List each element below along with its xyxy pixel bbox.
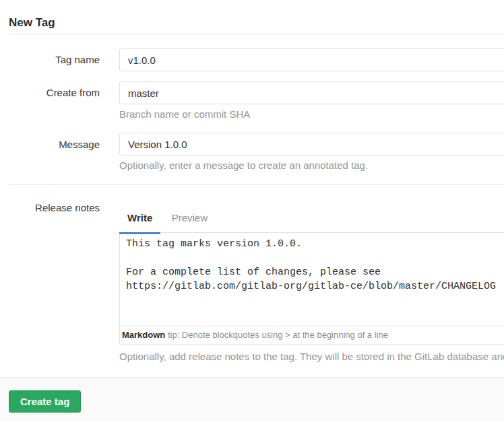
create-from-label: Create from <box>0 87 100 98</box>
message-label: Message <box>0 139 100 150</box>
tag-name-label: Tag name <box>0 54 100 65</box>
markdown-tip-prefix: Markdown <box>122 330 165 340</box>
release-notes-textarea[interactable]: This tag marks version 1.0.0. For a comp… <box>120 233 504 326</box>
tab-write[interactable]: Write <box>119 208 160 228</box>
tab-preview[interactable]: Preview <box>164 208 216 228</box>
create-from-hint: Branch name or commit SHA <box>119 108 504 120</box>
release-notes-hint: Optionally, add release notes to the tag… <box>119 351 504 362</box>
create-tag-button[interactable]: Create tag <box>9 390 81 413</box>
markdown-tip-text: tip: Denote blockquotes using > at the b… <box>165 330 388 340</box>
form-actions-footer: Create tag <box>0 377 504 422</box>
tag-name-input[interactable] <box>119 48 504 71</box>
create-from-input[interactable] <box>119 81 504 104</box>
release-notes-tabs: Write Preview <box>119 208 216 232</box>
divider <box>9 184 504 185</box>
message-input[interactable] <box>119 133 504 155</box>
release-notes-label: Release notes <box>0 202 100 213</box>
active-tab-indicator <box>119 232 160 234</box>
new-tag-page: New Tag Tag name Create from Branch name… <box>0 0 504 422</box>
markdown-area: This tag marks version 1.0.0. For a comp… <box>119 232 504 345</box>
divider <box>9 34 504 34</box>
message-hint: Optionally, enter a message to create an… <box>119 160 504 171</box>
page-title: New Tag <box>9 16 55 30</box>
markdown-tip: Markdown tip: Denote blockquotes using >… <box>120 326 504 344</box>
